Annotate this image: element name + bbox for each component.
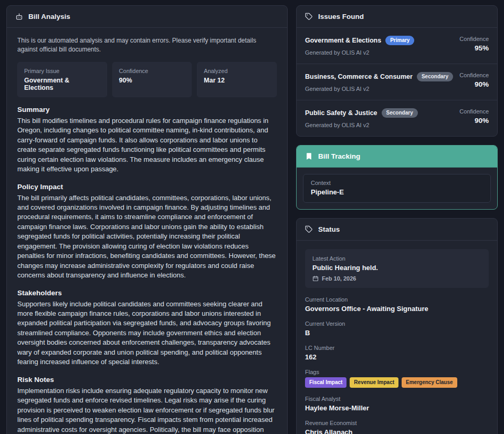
stat-value: Government & Elections (24, 77, 100, 91)
page-layout: Bill Analysis This is our automated anal… (6, 5, 498, 434)
issue-name: Government & Elections (305, 37, 381, 44)
issues-found-title: Issues Found (318, 13, 364, 20)
issue-info: Public Safety & Justice Secondary Genera… (305, 108, 418, 128)
confidence-label: Confidence (459, 108, 489, 115)
bill-analysis-body: This is our automated analysis and may c… (7, 28, 287, 434)
bill-tracking-header: Bill Tracking (297, 146, 497, 168)
flags-row: Fiscal Impact Revenue Impact Emergency C… (305, 377, 489, 388)
latest-action-card: Latest Action Public Hearing held. Feb 1… (305, 249, 489, 288)
field-label: Fiscal Analyst (305, 396, 489, 402)
issue-name: Business, Commerce & Consumer (305, 73, 413, 80)
field-value: Chris Allanach (305, 428, 489, 434)
confidence-value: 95% (459, 44, 489, 52)
latest-action-date: Feb 10, 2026 (312, 275, 481, 282)
context-value: Pipeline-E (311, 188, 483, 196)
analysis-disclaimer: This is our automated analysis and may c… (17, 36, 277, 55)
bill-analysis-panel: Bill Analysis This is our automated anal… (6, 5, 288, 434)
latest-action-label: Latest Action (312, 255, 481, 262)
section-heading: Policy Impact (17, 183, 277, 191)
fiscal-analyst-field: Fiscal Analyst Haylee Morse-Miller (305, 396, 489, 412)
flag-revenue-impact: Revenue Impact (350, 377, 398, 388)
issues-found-panel: Issues Found Government & Elections Prim… (296, 5, 498, 137)
analysis-stats-row: Primary Issue Government & Elections Con… (17, 62, 277, 97)
status-panel: Status Latest Action Public Hearing held… (296, 218, 498, 434)
section-body: This bill modifies timelines and procedu… (17, 116, 277, 174)
flag-fiscal-impact: Fiscal Impact (305, 377, 346, 388)
context-label: Context (311, 180, 483, 186)
issue-source: Generated by OLIS AI v2 (305, 122, 418, 128)
current-version-field: Current Version B (305, 321, 489, 337)
stat-value: Mar 12 (204, 77, 270, 84)
issue-source: Generated by OLIS AI v2 (305, 86, 453, 92)
tag-icon (305, 13, 313, 20)
issue-confidence: Confidence 90% (455, 108, 489, 125)
section-heading: Risk Notes (17, 376, 277, 384)
section-summary: Summary This bill modifies timelines and… (17, 106, 277, 174)
stat-analyzed: Analyzed Mar 12 (197, 62, 277, 97)
issue-row: Business, Commerce & Consumer Secondary … (297, 64, 497, 100)
lc-number-field: LC Number 162 (305, 345, 489, 361)
issue-confidence: Confidence 95% (455, 36, 489, 52)
status-header: Status (297, 219, 497, 241)
stat-primary-issue: Primary Issue Government & Elections (17, 62, 107, 97)
bill-analysis-header: Bill Analysis (7, 6, 287, 28)
field-label: Revenue Economist (305, 420, 489, 426)
issues-found-header: Issues Found (297, 6, 497, 28)
field-value: Haylee Morse-Miller (305, 404, 489, 412)
secondary-badge: Secondary (382, 108, 418, 118)
confidence-label: Confidence (459, 36, 489, 42)
section-heading: Stakeholders (17, 289, 277, 297)
status-body: Latest Action Public Hearing held. Feb 1… (297, 241, 497, 434)
bookmark-icon (305, 152, 313, 160)
flag-emergency-clause: Emergency Clause (402, 377, 457, 388)
context-card: Context Pipeline-E (303, 174, 491, 203)
field-label: Current Location (305, 296, 489, 303)
stat-confidence: Confidence 90% (112, 62, 192, 97)
field-label: Current Version (305, 321, 489, 327)
latest-action-date-text: Feb 10, 2026 (322, 275, 356, 282)
issue-name-row: Public Safety & Justice Secondary (305, 108, 418, 118)
stat-label: Primary Issue (24, 68, 100, 74)
issue-info: Business, Commerce & Consumer Secondary … (305, 72, 453, 92)
status-title: Status (318, 225, 340, 233)
issue-name-row: Business, Commerce & Consumer Secondary (305, 72, 453, 81)
field-value: 162 (305, 353, 489, 361)
confidence-value: 90% (459, 80, 489, 88)
tag-icon (305, 225, 313, 233)
section-body: Implementation risks include ensuring ad… (17, 386, 277, 434)
section-body: The bill primarily affects political can… (17, 193, 277, 281)
latest-action-value: Public Hearing held. (312, 264, 481, 272)
section-heading: Summary (17, 106, 277, 113)
flags-label: Flags (305, 369, 489, 375)
section-body: Supporters likely include political cand… (17, 299, 277, 367)
confidence-value: 90% (459, 117, 489, 125)
secondary-badge: Secondary (417, 72, 453, 81)
section-stakeholders: Stakeholders Supporters likely include p… (17, 289, 277, 367)
bill-tracking-title: Bill Tracking (318, 152, 360, 160)
flags-field: Flags Fiscal Impact Revenue Impact Emerg… (305, 369, 489, 388)
bill-analysis-title: Bill Analysis (28, 13, 70, 20)
issue-info: Government & Elections Primary Generated… (305, 36, 414, 56)
stat-label: Analyzed (204, 68, 270, 74)
right-column: Issues Found Government & Elections Prim… (296, 5, 498, 434)
current-location-field: Current Location Governors Office - Awai… (305, 296, 489, 313)
calendar-icon (312, 275, 319, 282)
bill-tracking-panel: Bill Tracking Context Pipeline-E (296, 145, 498, 210)
issue-row: Government & Elections Primary Generated… (297, 28, 497, 64)
issue-row: Public Safety & Justice Secondary Genera… (297, 100, 497, 136)
confidence-label: Confidence (459, 72, 489, 78)
revenue-economist-field: Revenue Economist Chris Allanach (305, 420, 489, 434)
primary-badge: Primary (385, 36, 414, 45)
issue-confidence: Confidence 90% (455, 72, 489, 88)
field-label: LC Number (305, 345, 489, 351)
section-risk-notes: Risk Notes Implementation risks include … (17, 376, 277, 434)
issue-source: Generated by OLIS AI v2 (305, 49, 414, 56)
issue-name: Public Safety & Justice (305, 109, 377, 117)
section-policy-impact: Policy Impact The bill primarily affects… (17, 183, 277, 281)
stat-label: Confidence (119, 68, 185, 74)
field-value: Governors Office - Awaiting Signature (305, 305, 489, 313)
issue-name-row: Government & Elections Primary (305, 36, 414, 45)
robot-icon (15, 13, 23, 20)
bill-tracking-body: Context Pipeline-E (297, 168, 497, 209)
field-value: B (305, 329, 489, 337)
